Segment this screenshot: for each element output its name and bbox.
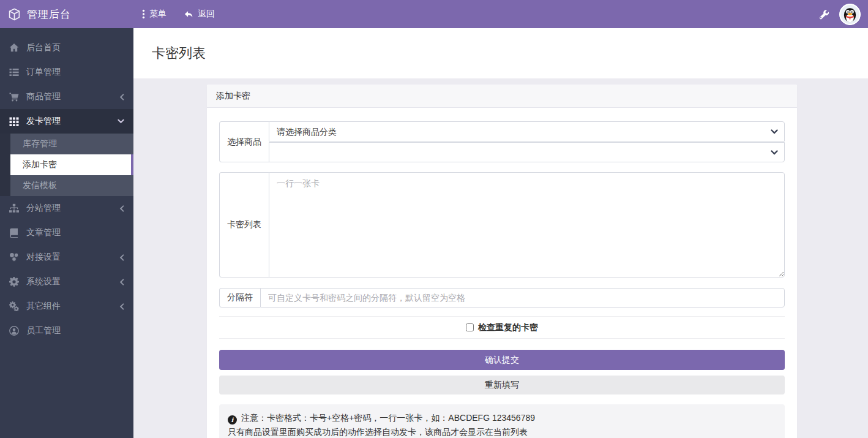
- menu-toggle[interactable]: 菜单: [142, 9, 166, 20]
- brand: 管理后台: [0, 7, 133, 21]
- submenu-item-add-cards[interactable]: 添加卡密: [10, 154, 133, 175]
- duplicate-checkbox[interactable]: [466, 323, 474, 331]
- book-icon: [9, 228, 20, 238]
- note-line-1: i注意：卡密格式：卡号+空格+密码，一行一张卡，如：ABCDEFG 123456…: [228, 411, 776, 425]
- ellipsis-v-icon: [142, 9, 145, 19]
- topbar-right: [819, 4, 868, 25]
- duplicate-check-label[interactable]: 检查重复的卡密: [466, 322, 538, 332]
- sidebar: 后台首页 订单管理 商品管理: [0, 28, 133, 438]
- app-title: 管理后台: [27, 7, 71, 21]
- home-icon: [9, 43, 20, 53]
- chevron-left-icon: [119, 279, 124, 285]
- wrench-icon[interactable]: [819, 9, 829, 20]
- chevron-left-icon: [119, 205, 124, 212]
- separator-label: 分隔符: [219, 288, 260, 308]
- page-header: 卡密列表: [133, 28, 868, 78]
- user-avatar[interactable]: [839, 4, 861, 25]
- card-list-group: 卡密列表: [219, 172, 785, 278]
- product-select[interactable]: [269, 142, 785, 162]
- info-icon: i: [228, 415, 237, 425]
- cogs-icon: [9, 301, 20, 311]
- list-icon: [9, 67, 20, 77]
- card-management-submenu: 库存管理 添加卡密 发信模板: [0, 134, 133, 196]
- chevron-down-icon: [118, 119, 124, 124]
- separator-input[interactable]: [260, 288, 785, 308]
- panel-body: 选择商品 请选择商品分类: [207, 108, 797, 438]
- top-bar: 管理后台 菜单 返回: [0, 0, 868, 28]
- sidebar-item-other-components[interactable]: 其它组件: [0, 294, 133, 319]
- sidebar-item-orders[interactable]: 订单管理: [0, 60, 133, 85]
- sidebar-item-substations[interactable]: 分站管理: [0, 196, 133, 221]
- duplicate-check-row: 检查重复的卡密: [219, 316, 785, 339]
- product-select-label: 选择商品: [219, 121, 269, 162]
- submenu-item-inventory[interactable]: 库存管理: [10, 134, 133, 154]
- main-area: 卡密列表 添加卡密 选择商品 请选择商品分类: [133, 28, 868, 438]
- sidebar-item-home[interactable]: 后台首页: [0, 36, 133, 60]
- category-select[interactable]: 请选择商品分类: [269, 121, 785, 142]
- reply-arrow-icon: [184, 10, 193, 19]
- content-area: 添加卡密 选择商品 请选择商品分类: [133, 78, 868, 438]
- submit-button[interactable]: 确认提交: [219, 350, 785, 370]
- note-box: i注意：卡密格式：卡号+空格+密码，一行一张卡，如：ABCDEFG 123456…: [219, 404, 785, 438]
- page-title: 卡密列表: [152, 44, 206, 62]
- sidebar-item-products[interactable]: 商品管理: [0, 85, 133, 109]
- sidebar-item-card-management[interactable]: 发卡管理: [0, 109, 133, 134]
- cart-icon: [9, 92, 20, 102]
- product-select-group: 选择商品 请选择商品分类: [219, 121, 785, 162]
- chevron-left-icon: [119, 303, 124, 310]
- card-list-textarea[interactable]: [269, 172, 785, 278]
- card-list-label: 卡密列表: [219, 172, 269, 278]
- sitemap-icon: [9, 203, 20, 213]
- reset-button[interactable]: 重新填写: [219, 376, 785, 395]
- grid-icon: [9, 116, 20, 126]
- chevron-left-icon: [119, 94, 124, 100]
- sidebar-item-articles[interactable]: 文章管理: [0, 221, 133, 245]
- nodes-icon: [9, 252, 20, 262]
- chevron-left-icon: [119, 254, 124, 261]
- add-cards-panel: 添加卡密 选择商品 请选择商品分类: [207, 85, 797, 438]
- user-circle-icon: [9, 326, 20, 336]
- cube-logo-icon: [8, 8, 21, 21]
- sidebar-item-integration[interactable]: 对接设置: [0, 245, 133, 270]
- submenu-item-mail-template[interactable]: 发信模板: [10, 175, 133, 196]
- sidebar-item-staff[interactable]: 员工管理: [0, 319, 133, 343]
- back-link[interactable]: 返回: [184, 9, 215, 20]
- separator-group: 分隔符: [219, 288, 785, 308]
- top-nav: 菜单 返回: [142, 9, 215, 20]
- gear-icon: [9, 277, 20, 287]
- panel-title: 添加卡密: [207, 85, 797, 108]
- note-line-2: 只有商品设置里面购买成功后的动作选择自动发卡，该商品才会显示在当前列表: [228, 425, 776, 438]
- sidebar-item-system-settings[interactable]: 系统设置: [0, 270, 133, 294]
